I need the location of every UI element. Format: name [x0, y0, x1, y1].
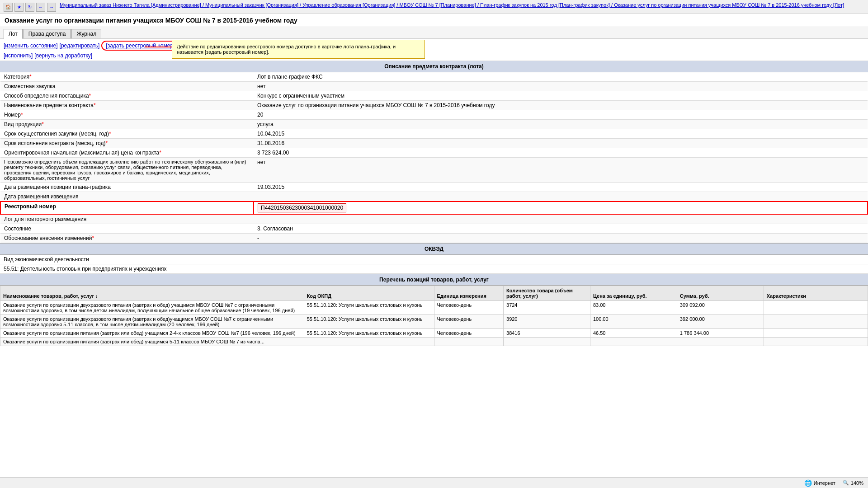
field-label: Дата размещения позиции плана-графика — [0, 183, 254, 192]
field-label: Обоснование внесения изменений* — [0, 234, 254, 243]
breadcrumb-text[interactable]: Муниципальный заказ Нижнего Тагила [Адми… — [60, 2, 864, 9]
table-row: Способ определения поставщика* Конкурс с… — [0, 91, 868, 101]
field-value: - — [254, 234, 868, 243]
product-unit: Человеко-день — [434, 329, 504, 338]
okved-section-header: ОКВЭД — [0, 243, 868, 255]
field-label: Дата размещения извещения — [0, 192, 254, 202]
field-value: 31.08.2016 — [254, 139, 868, 148]
col-price: Цена за единицу, руб. — [590, 286, 677, 301]
product-unit: Человеко-день — [434, 315, 504, 329]
tab-access[interactable]: Права доступа — [24, 29, 71, 38]
return-button[interactable]: [вернуть на доработку] — [34, 52, 92, 59]
field-value: услуга — [254, 120, 868, 129]
field-label: Невозможно определить объем подлежащих в… — [0, 158, 254, 183]
field-label: Совместная закупка — [0, 82, 254, 91]
field-label: Лот для повторного размещения — [0, 214, 254, 224]
product-char — [764, 315, 868, 329]
field-value — [254, 192, 868, 202]
product-price: 46.50 — [590, 329, 677, 338]
registry-value-cell: П44201503623000341001000020 — [254, 202, 868, 214]
change-state-button[interactable]: [изменить состояние] — [4, 42, 58, 49]
product-quantity: 3724 — [504, 301, 590, 315]
breadcrumb-bar: 🏠 ★ ↻ ← → Муниципальный заказ Нижнего Та… — [0, 0, 868, 14]
registry-label: Реестровый номер — [0, 202, 254, 214]
product-sum — [677, 338, 764, 346]
product-name: Оказание услуги по организации питания (… — [0, 329, 304, 338]
col-name-label: Наименование товаров, работ, услуг — [3, 293, 94, 299]
table-row: Невозможно определить объем подлежащих в… — [0, 158, 868, 183]
product-quantity — [504, 338, 590, 346]
set-registry-number-button[interactable]: [задать реестровый номер] — [101, 41, 179, 51]
product-price: 83.00 — [590, 301, 677, 315]
field-value: нет — [254, 82, 868, 91]
star-icon[interactable]: ★ — [14, 3, 24, 12]
field-value: 20 — [254, 110, 868, 120]
page-title: Оказание услуг по организации питания уч… — [0, 14, 868, 27]
product-sum: 1 786 344.00 — [677, 329, 764, 338]
field-label: Наименование предмета контракта* — [0, 101, 254, 110]
field-value: 19.03.2015 — [254, 183, 868, 192]
product-unit: Человеко-день — [434, 301, 504, 315]
products-section-header: Перечень позиций товаров, работ, услуг — [0, 274, 868, 286]
product-okpd: 55.51.10.120: Услуги школьных столовых и… — [304, 329, 434, 338]
product-sum: 309 092.00 — [677, 301, 764, 315]
main-content: Описание предмета контракта (лота) Катег… — [0, 61, 868, 346]
field-label: Ориентировочная начальная (максимальная)… — [0, 148, 254, 158]
field-value: Конкурс с ограниченным участием — [254, 91, 868, 101]
table-row: Обоснование внесения изменений* - — [0, 234, 868, 243]
table-row: Срок осуществления закупки (месяц, год)*… — [0, 129, 868, 139]
product-row: Оказание услуги по организации питания (… — [0, 338, 868, 346]
product-okpd — [304, 338, 434, 346]
field-value — [254, 214, 868, 224]
execute-button[interactable]: [исполнить] — [4, 52, 33, 59]
actions-row2: [исполнить] [вернуть на доработку] — [4, 52, 864, 59]
col-unit: Единица измерения — [434, 286, 504, 301]
table-row: Наименование предмета контракта* Оказани… — [0, 101, 868, 110]
product-char — [764, 301, 868, 315]
okved-value: 55.51: Деятельность столовых при предпри… — [0, 264, 868, 274]
product-unit — [434, 338, 504, 346]
col-quantity: Количество товара (объем работ, услуг) — [504, 286, 590, 301]
tooltip-box: Действие по редактированию реестрового н… — [172, 40, 425, 59]
field-value: 3 723 624.00 — [254, 148, 868, 158]
product-row: Оказание услуги по организации двухразов… — [0, 315, 868, 329]
field-value: нет — [254, 158, 868, 183]
edit-button[interactable]: [редактировать] — [60, 42, 100, 49]
back-icon[interactable]: ← — [36, 3, 45, 12]
col-okpd: Код ОКПД — [304, 286, 434, 301]
col-char: Характеристики — [764, 286, 868, 301]
table-row: Номер* 20 — [0, 110, 868, 120]
breadcrumb-icons: 🏠 ★ ↻ ← → — [4, 3, 56, 12]
col-sum: Сумма, руб. — [677, 286, 764, 301]
home-icon[interactable]: 🏠 — [4, 3, 13, 12]
table-row: Состояние 3. Согласован — [0, 224, 868, 234]
tab-lot[interactable]: Лот — [4, 29, 23, 39]
table-row: Ориентировочная начальная (максимальная)… — [0, 148, 868, 158]
products-table: Наименование товаров, работ, услуг ↓ Код… — [0, 286, 868, 346]
contract-data-table: Категория* Лот в плане-графике ФКС Совме… — [0, 72, 868, 243]
refresh-icon[interactable]: ↻ — [25, 3, 34, 12]
registry-value: П44201503623000341001000020 — [258, 203, 346, 212]
product-name: Оказание услуги по организации двухразов… — [0, 301, 304, 315]
product-name: Оказание услуги по организации двухразов… — [0, 315, 304, 329]
product-name: Оказание услуги по организации питания (… — [0, 338, 304, 346]
table-row: Вид продукции* услуга — [0, 120, 868, 129]
table-row: Категория* Лот в плане-графике ФКС — [0, 72, 868, 82]
field-value: Оказание услуг по организации питания уч… — [254, 101, 868, 110]
tabs-bar: Лот Права доступа Журнал — [0, 27, 868, 39]
field-label: Состояние — [0, 224, 254, 234]
actions-row1: [изменить состояние] [редактировать] [за… — [4, 41, 864, 51]
product-char — [764, 329, 868, 338]
contract-section-header: Описание предмета контракта (лота) — [0, 61, 868, 72]
forward-icon[interactable]: → — [47, 3, 56, 12]
field-value: 10.04.2015 — [254, 129, 868, 139]
sort-icon[interactable]: ↓ — [95, 293, 98, 299]
table-row: Срок исполнения контракта (месяц, год)* … — [0, 139, 868, 148]
product-row: Оказание услуги по организации двухразов… — [0, 301, 868, 315]
col-name: Наименование товаров, работ, услуг ↓ — [0, 286, 304, 301]
field-value: 3. Согласован — [254, 224, 868, 234]
tab-journal[interactable]: Журнал — [71, 29, 101, 38]
table-row: Дата размещения позиции плана-графика 19… — [0, 183, 868, 192]
product-okpd: 55.51.10.120: Услуги школьных столовых и… — [304, 315, 434, 329]
table-row: Совместная закупка нет — [0, 82, 868, 91]
